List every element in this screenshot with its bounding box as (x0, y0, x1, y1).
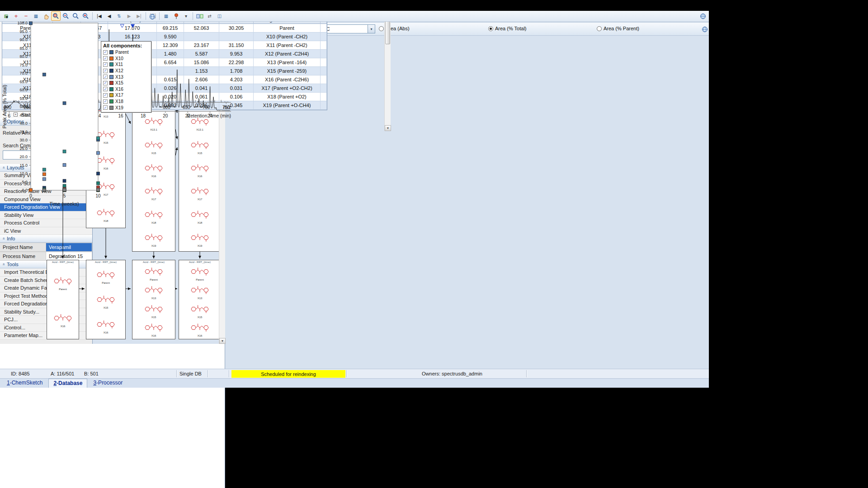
cell-filler (321, 84, 327, 93)
legend-checkbox[interactable]: ✓ (103, 56, 108, 61)
legend-checkbox[interactable]: ✓ (103, 69, 108, 73)
legend-swatch (109, 50, 113, 54)
legend-item-x10[interactable]: ✓X10 (103, 56, 149, 62)
spec-split-view-icon[interactable]: ◫ (215, 11, 224, 21)
spec-overlay-tables-icon[interactable] (195, 11, 204, 21)
svg-text:100.0: 100.0 (17, 21, 28, 25)
legend-item-x13[interactable]: ✓X13 (103, 74, 149, 80)
cell-filler (321, 93, 327, 101)
svg-text:Retention Time (min): Retention Time (min) (187, 113, 231, 118)
status-divider (346, 370, 347, 377)
svg-text:15.0: 15.0 (19, 163, 28, 168)
record-a-count: A: 116/501 (51, 371, 74, 376)
legend-swatch (109, 62, 113, 66)
cell-degradant-full-name: X17 (Parent +O2-CH2) (254, 84, 321, 93)
status-divider (229, 370, 229, 377)
status-divider (526, 370, 527, 377)
radio-circle-icon[interactable] (597, 26, 602, 31)
legend-checkbox[interactable]: ✓ (103, 99, 108, 104)
table-scrollbar[interactable]: ▲ ▼ (384, 11, 391, 131)
reindex-status-badge: Scheduled for reindexing (231, 370, 345, 378)
spec-compare-icon[interactable]: ⇄ (205, 11, 214, 21)
legend-label: X11 (115, 62, 123, 67)
svg-text:700: 700 (203, 105, 210, 110)
cell-degradant-full-name: X12 (Parent -C2H4) (254, 50, 321, 58)
svg-text:600: 600 (163, 105, 170, 110)
cell-degradant-full-name: X19 (Parent +O-CH4) (254, 101, 321, 110)
legend-checkbox[interactable]: ✓ (103, 93, 108, 98)
svg-text:75.0: 75.0 (19, 63, 28, 67)
legend-label: X13 (115, 75, 123, 80)
legend-label: X19 (115, 105, 123, 110)
svg-text:65.0: 65.0 (19, 80, 28, 84)
legend-label: X16 (115, 87, 123, 92)
legend-checkbox[interactable]: ✓ (103, 62, 108, 67)
components-legend: All components: ✓Parent✓X10✓X11✓X12✓X13✓… (101, 41, 151, 113)
scroll-down-icon[interactable]: ▼ (385, 125, 391, 131)
separator (159, 12, 160, 20)
tab-3-processor[interactable]: 3-Processor (88, 378, 127, 388)
legend-checkbox[interactable]: ✓ (103, 105, 108, 110)
globe-icon[interactable] (700, 24, 710, 34)
record-b-count: B: 501 (84, 371, 99, 376)
tab-1-chemsketch[interactable]: 1-ChemSketch (2, 378, 47, 388)
svg-text:55.0: 55.0 (19, 96, 28, 101)
legend-item-parent[interactable]: ✓Parent (103, 49, 149, 56)
svg-text:60.0: 60.0 (19, 88, 28, 92)
legend-swatch (109, 106, 113, 110)
radio-circle-icon[interactable] (379, 26, 384, 31)
svg-text:Peak Area (% Total): Peak Area (% Total) (2, 84, 7, 128)
legend-item-x19[interactable]: ✓X19 (103, 104, 149, 111)
cell-degradant-full-name: Parent (254, 24, 321, 33)
cell-filler (321, 33, 327, 41)
module-tab-bar: 1-ChemSketch2-Database3-Processor (0, 378, 709, 388)
cell-degradant-full-name: X11 (Parent -CH2) (254, 41, 321, 50)
svg-text:0.0: 0.0 (22, 188, 28, 192)
radio-label: Area (% Parent) (604, 26, 639, 31)
cell-filler (321, 41, 327, 50)
legend-item-x15[interactable]: ✓X15 (103, 80, 149, 86)
record-id-label: ID: 8485 (11, 371, 30, 376)
legend-rows: ✓Parent✓X10✓X11✓X12✓X13✓X15✓X16✓X17✓X18✓… (103, 49, 149, 111)
degradation-scheme-canvas[interactable]: VerapamilParent0: RRT=t0 - Rel_(time)Par… (0, 344, 225, 488)
legend-label: X12 (115, 68, 123, 73)
legend-swatch (109, 93, 113, 97)
area-total-radio[interactable]: Area (% Total) (488, 26, 527, 31)
legend-item-x17[interactable]: ✓X17 (103, 92, 149, 99)
spec-globe-icon[interactable] (698, 11, 708, 21)
tab-label: -Processor (96, 380, 123, 386)
legend-item-x16[interactable]: ✓X16 (103, 86, 149, 93)
svg-text:45.0: 45.0 (19, 113, 28, 117)
area-parent-radio[interactable]: Area (% Parent) (597, 26, 639, 31)
cell-filler (321, 67, 327, 75)
chevron-down-icon[interactable]: ▾ (368, 25, 375, 33)
cell-degradant-full-name: X13 (Parent -164) (254, 58, 321, 67)
legend-checkbox[interactable]: ✓ (103, 50, 108, 55)
cell-filler (321, 101, 327, 110)
application-window: LOCAL REMOTE ▤▥✉◉▶✓✕▨↻|◀◀◀▶▶▶|▶◀▶✓▦▧☻▙▦◈… (0, 11, 709, 388)
legend-item-x18[interactable]: ✓X18 (103, 99, 149, 105)
legend-checkbox[interactable]: ✓ (103, 87, 108, 91)
svg-text:10: 10 (95, 193, 101, 198)
svg-text:30.0: 30.0 (19, 138, 28, 142)
legend-item-x12[interactable]: ✓X12 (103, 68, 149, 74)
legend-checkbox[interactable]: ✓ (103, 81, 108, 85)
area-abs-radio[interactable]: Area (Abs) (379, 26, 410, 31)
tab-accelerator: 1 (7, 380, 10, 386)
cell-degradant-full-name: X16 (Parent -C2H6) (254, 75, 321, 84)
legend-swatch (109, 69, 113, 73)
svg-text:20: 20 (163, 113, 168, 118)
cell-degradant-full-name: X18 (Parent +O2) (254, 93, 321, 101)
legend-swatch (109, 87, 113, 91)
spec-data-table-icon[interactable]: ▦ (161, 11, 171, 21)
legend-label: X17 (115, 93, 123, 98)
radio-circle-icon[interactable] (488, 26, 493, 31)
svg-text:10.0: 10.0 (19, 171, 28, 176)
tab-2-database[interactable]: 2-Database (48, 379, 87, 388)
spec-annotation-pin-icon[interactable] (171, 11, 181, 21)
xic-select[interactable]: XIC ▾ (319, 24, 375, 33)
legend-item-x11[interactable]: ✓X11 (103, 61, 149, 68)
legend-checkbox[interactable]: ✓ (103, 75, 108, 79)
tab-label: -ChemSketch (10, 380, 43, 386)
spec-options-caret-icon[interactable]: ▾ (181, 11, 191, 21)
